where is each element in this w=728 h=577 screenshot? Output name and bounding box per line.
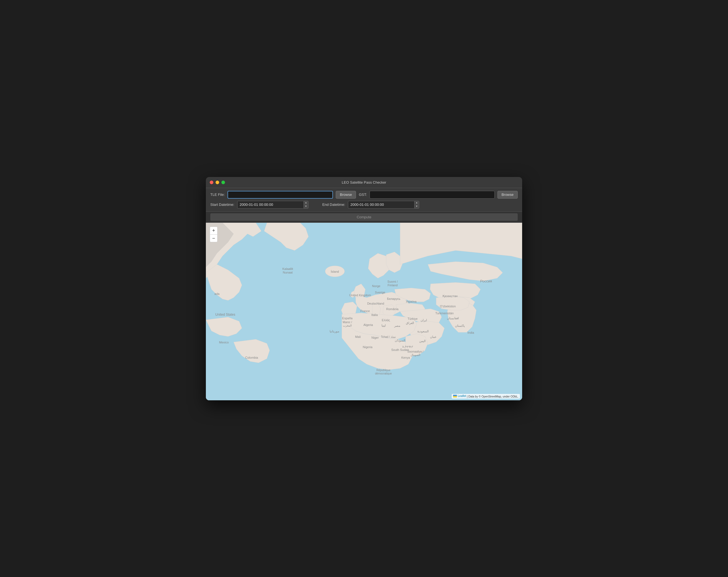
svg-text:Turkmenistán: Turkmenistán bbox=[435, 312, 453, 315]
browse-gst-button[interactable]: Browse bbox=[497, 191, 518, 199]
svg-text:Sverige: Sverige bbox=[375, 291, 385, 294]
svg-text:الصومال: الصومال bbox=[411, 353, 420, 357]
svg-text:Nunaat: Nunaat bbox=[283, 271, 292, 274]
svg-text:Nigeria: Nigeria bbox=[363, 345, 373, 349]
svg-text:ليبيا: ليبيا bbox=[382, 324, 386, 327]
compute-button[interactable]: Compute bbox=[210, 213, 518, 221]
svg-text:Mali: Mali bbox=[355, 335, 361, 338]
close-button[interactable] bbox=[210, 181, 213, 184]
file-row: TLE File: Browse GST: Browse bbox=[210, 191, 518, 199]
svg-text:السودان: السودان bbox=[395, 339, 405, 342]
svg-text:South Sudan: South Sudan bbox=[391, 348, 409, 351]
zoom-in-button[interactable]: + bbox=[210, 227, 217, 234]
end-datetime-input[interactable] bbox=[348, 201, 415, 209]
svg-text:Ísland: Ísland bbox=[331, 270, 339, 273]
svg-text:Қазақстан: Қазақстан bbox=[443, 294, 458, 298]
start-datetime-up[interactable]: ▲ bbox=[304, 201, 308, 205]
map-attribution: Leaflet | Data by © OpenStreetMap, under… bbox=[452, 394, 520, 399]
leaflet-badge: Leaflet bbox=[453, 394, 466, 397]
gst-label: GST: bbox=[359, 192, 367, 197]
svg-text:India: India bbox=[467, 331, 474, 334]
svg-text:العراق: العراق bbox=[406, 321, 414, 325]
svg-text:المغرب: المغرب bbox=[343, 324, 352, 327]
tle-label: TLE File: bbox=[210, 192, 225, 197]
start-datetime-down[interactable]: ▼ bbox=[304, 205, 308, 208]
end-datetime-wrapper: ▲ ▼ bbox=[348, 201, 419, 209]
map-svg: Kalaallit Nunaat Ísland Norge Suomi / Fi… bbox=[206, 223, 522, 400]
svg-text:United States: United States bbox=[215, 313, 235, 316]
svg-text:Россия: Россия bbox=[480, 279, 492, 283]
svg-text:O'zbekiston: O'zbekiston bbox=[440, 305, 456, 308]
start-datetime-label: Start Datetime: bbox=[210, 203, 234, 207]
maximize-button[interactable] bbox=[222, 181, 225, 184]
svg-text:Soomaaliya /: Soomaaliya / bbox=[407, 350, 423, 353]
svg-text:اليمن: اليمن bbox=[419, 339, 425, 343]
svg-text:عمان: عمان bbox=[430, 335, 437, 338]
svg-text:افغانستان: افغانستان bbox=[447, 316, 459, 320]
svg-text:Беларусь: Беларусь bbox=[387, 297, 400, 300]
svg-text:Kenya: Kenya bbox=[401, 356, 410, 359]
end-datetime-down[interactable]: ▼ bbox=[415, 205, 419, 208]
attribution-text: | Data by © OpenStreetMap, under ODbL. bbox=[467, 395, 519, 398]
zoom-controls: + − bbox=[210, 227, 217, 242]
window-title: LEO Satellite Pass Checker bbox=[342, 180, 386, 184]
svg-text:مصر: مصر bbox=[394, 324, 400, 327]
end-datetime-up[interactable]: ▲ bbox=[415, 201, 419, 205]
datetime-row: Start Datetime: ▲ ▼ End Datetime: ▲ ▼ bbox=[210, 201, 518, 209]
end-datetime-label: End Datetime: bbox=[322, 203, 345, 207]
map-container[interactable]: Kalaallit Nunaat Ísland Norge Suomi / Fi… bbox=[206, 223, 522, 400]
svg-text:United Kingdom: United Kingdom bbox=[349, 293, 371, 297]
svg-text:Tchad / تشاد: Tchad / تشاد bbox=[381, 335, 396, 338]
svg-text:Deutschland: Deutschland bbox=[367, 302, 384, 305]
svg-text:démocratique: démocratique bbox=[375, 372, 392, 375]
minimize-button[interactable] bbox=[215, 181, 219, 184]
svg-text:السعودية: السعودية bbox=[417, 330, 428, 333]
start-datetime-input[interactable] bbox=[237, 201, 304, 209]
titlebar: LEO Satellite Pass Checker bbox=[206, 177, 522, 188]
svg-text:Finland: Finland bbox=[388, 284, 397, 287]
svg-text:République: République bbox=[376, 369, 391, 372]
compute-row: Compute bbox=[206, 212, 522, 223]
zoom-out-button[interactable]: − bbox=[210, 234, 217, 242]
svg-text:Suomi /: Suomi / bbox=[387, 280, 398, 283]
toolbar: TLE File: Browse GST: Browse Start Datet… bbox=[206, 188, 522, 212]
start-datetime-stepper: ▲ ▼ bbox=[304, 201, 309, 209]
svg-text:موريتانيا: موريتانيا bbox=[330, 330, 339, 333]
svg-text:România: România bbox=[386, 307, 399, 311]
svg-text:ada: ada bbox=[214, 292, 220, 295]
svg-text:Algeria: Algeria bbox=[363, 323, 373, 326]
svg-text:Mexico: Mexico bbox=[219, 341, 229, 344]
end-datetime-stepper: ▲ ▼ bbox=[415, 201, 419, 209]
svg-text:España: España bbox=[342, 316, 353, 320]
svg-text:Türkiye: Türkiye bbox=[408, 317, 418, 320]
main-window: LEO Satellite Pass Checker TLE File: Bro… bbox=[206, 177, 522, 400]
svg-text:Colombia: Colombia bbox=[245, 356, 258, 359]
browse-tle-button[interactable]: Browse bbox=[336, 191, 356, 199]
svg-text:France: France bbox=[360, 309, 370, 313]
leaflet-logo bbox=[453, 395, 457, 397]
leaflet-link[interactable]: Leaflet bbox=[458, 394, 466, 397]
tle-input[interactable] bbox=[228, 191, 333, 199]
svg-text:Ελλάς: Ελλάς bbox=[382, 318, 390, 322]
svg-text:ኢትዮጵያ: ኢትዮጵያ bbox=[402, 345, 413, 348]
start-datetime-wrapper: ▲ ▼ bbox=[237, 201, 309, 209]
svg-text:Italia: Italia bbox=[371, 313, 378, 316]
svg-text:Niger: Niger bbox=[371, 336, 379, 339]
svg-text:Kalaallit: Kalaallit bbox=[282, 267, 293, 270]
window-controls bbox=[210, 181, 225, 184]
gst-input[interactable] bbox=[369, 191, 494, 199]
svg-text:Maroc /: Maroc / bbox=[343, 321, 352, 324]
svg-text:Украïна: Украïна bbox=[406, 300, 417, 303]
svg-text:پاکستان: پاکستان bbox=[455, 324, 465, 327]
svg-text:Norge: Norge bbox=[372, 284, 380, 288]
svg-text:ایران: ایران bbox=[421, 318, 427, 322]
